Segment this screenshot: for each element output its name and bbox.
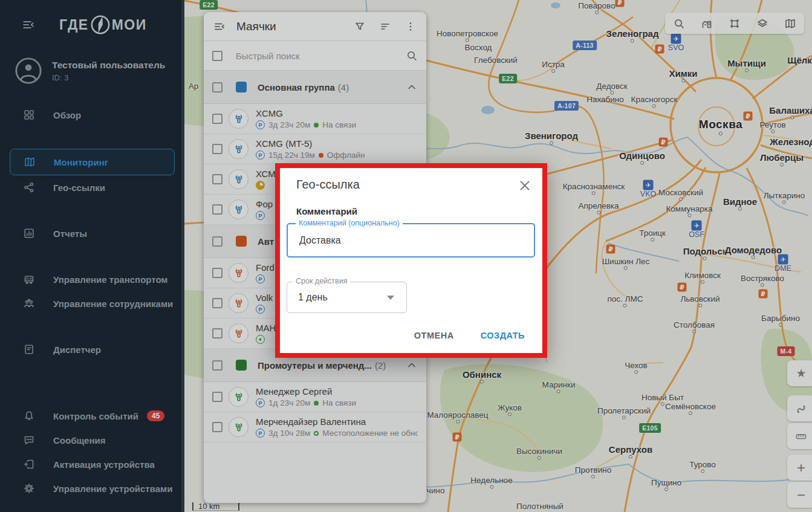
- mall-badge-icon: ₽: [655, 45, 664, 54]
- group-color-swatch: [236, 360, 247, 371]
- map-city-label: Одинцово: [619, 151, 665, 161]
- group-count: (4): [338, 82, 349, 92]
- close-icon[interactable]: [518, 179, 531, 192]
- select-all-checkbox[interactable]: [212, 51, 222, 61]
- cancel-button[interactable]: ОТМЕНА: [414, 331, 454, 340]
- row-checkbox[interactable]: [212, 114, 222, 124]
- layers-icon[interactable]: [756, 18, 768, 30]
- sidebar-item-label: Управление транспортом: [53, 274, 167, 285]
- beacon-status-line: P1д 23ч 20мНа связи: [256, 398, 356, 407]
- airport-icon: ✈: [643, 180, 654, 190]
- comment-input[interactable]: [288, 224, 534, 256]
- group-header[interactable]: Основная группа(4): [204, 71, 426, 104]
- sidebar-item-monitoring[interactable]: Мониторинг: [10, 149, 175, 175]
- beacon-row[interactable]: XCMGP3д 23ч 20мНа связи: [204, 104, 426, 134]
- sidebar-item-vehicle-management[interactable]: Управление транспортом: [10, 267, 175, 291]
- beacon-name: Фор: [256, 199, 273, 209]
- map-city-label: Дедовск: [596, 82, 627, 91]
- map-city-label: Реутов: [759, 120, 785, 129]
- road-badge: А-113: [573, 41, 597, 50]
- row-checkbox[interactable]: [212, 144, 222, 154]
- zoom-out-icon[interactable]: −: [787, 482, 812, 508]
- group-color-swatch: [236, 236, 247, 247]
- map-city-dot: [698, 304, 702, 308]
- sidebar-item-label: Управление сотрудниками: [53, 299, 173, 309]
- star-icon[interactable]: ★: [787, 360, 812, 386]
- airport-icon: ✈: [778, 254, 788, 265]
- beacon-row[interactable]: Менеджер СергейP1д 23ч 20мНа связи: [204, 382, 426, 412]
- search-icon[interactable]: [673, 18, 685, 30]
- status-dot: [319, 153, 323, 158]
- chart-icon: [23, 227, 36, 239]
- group-checkbox[interactable]: [212, 82, 222, 92]
- sidebar-item-event-control[interactable]: Контроль событий45: [10, 404, 175, 428]
- row-checkbox[interactable]: [212, 298, 222, 308]
- map-city-dot: [508, 413, 512, 416]
- mall-badge-icon: ₽: [606, 245, 615, 254]
- geozones-icon[interactable]: [701, 18, 713, 30]
- map-city-label: Апрелевка: [578, 201, 619, 210]
- map-city-label: Химки: [669, 68, 697, 79]
- row-checkbox[interactable]: [212, 204, 222, 215]
- beacon-info: ХСМ: [256, 169, 276, 190]
- row-checkbox[interactable]: [212, 422, 222, 432]
- more-menu-button[interactable]: [404, 21, 417, 33]
- beacon-row[interactable]: XCMG (MT-5)P15д 22ч 19мОффлайн: [204, 134, 426, 164]
- sidebar-item-geo-links[interactable]: Гео-ссылки: [10, 175, 175, 199]
- sidebar-collapse-icon[interactable]: [22, 18, 35, 31]
- map-city-label: Серпухов: [609, 444, 652, 455]
- sidebar-item-reports[interactable]: Отчеты: [10, 221, 175, 245]
- map-city-label: Климовск: [684, 271, 721, 280]
- beacon-row[interactable]: Мерчендайзер ВалентинаP3д 10ч 28мМестопо…: [204, 412, 426, 442]
- group-checkbox[interactable]: [212, 236, 222, 247]
- chevron-up-icon[interactable]: [406, 81, 418, 93]
- beacon-name: Менеджер Сергей: [256, 386, 356, 397]
- grid-icon: [23, 109, 36, 121]
- sidebar-item-messages[interactable]: Сообщения: [10, 428, 175, 452]
- sidebar-item-label: Обзор: [53, 110, 81, 120]
- map-city-label: Шишкин Лес: [602, 257, 650, 266]
- duration-text: 15д 22ч 19м: [268, 151, 315, 160]
- filter-button[interactable]: [354, 21, 366, 33]
- panel-collapse-icon[interactable]: [213, 21, 226, 33]
- map-city-dot: [634, 371, 638, 374]
- validity-period-select[interactable]: Срок действия 1 день: [287, 282, 407, 313]
- group-checkbox[interactable]: [212, 360, 222, 371]
- beacon-icon: [229, 199, 248, 219]
- zoom-in-icon[interactable]: +: [787, 455, 812, 481]
- sidebar-item-device-management[interactable]: Управление устройствами: [10, 476, 175, 501]
- map-city-label: Глебовский: [474, 56, 518, 65]
- parking-icon: P: [256, 305, 265, 314]
- ruler-icon[interactable]: [787, 423, 812, 449]
- road-badge: А-107: [554, 101, 579, 111]
- sort-button[interactable]: [379, 21, 391, 33]
- row-checkbox[interactable]: [212, 328, 222, 339]
- sidebar-item-employee-management[interactable]: Управление сотрудниками: [10, 291, 175, 316]
- beacon-info: VolkP: [256, 293, 273, 314]
- map-city-dot: [664, 488, 668, 491]
- status-text: Оффлайн: [327, 151, 365, 160]
- search-input[interactable]: [236, 51, 406, 61]
- sidebar-item-overview[interactable]: Обзор: [10, 103, 175, 127]
- mall-badge-icon: ₽: [678, 283, 687, 292]
- mall-badge-icon: ₽: [744, 112, 753, 121]
- sidebar-item-device-activation[interactable]: Активация устройства: [10, 452, 175, 476]
- row-checkbox[interactable]: [212, 174, 222, 184]
- beacon-status-line: P15д 22ч 19мОффлайн: [256, 151, 365, 160]
- map-city-dot: [550, 141, 553, 145]
- row-checkbox[interactable]: [212, 268, 222, 278]
- duration-text: 3д 10ч 28м: [268, 429, 310, 438]
- row-checkbox[interactable]: [212, 392, 222, 402]
- route-icon[interactable]: [787, 395, 812, 421]
- sidebar-item-dispatcher[interactable]: Диспетчер: [10, 337, 175, 361]
- parking-icon: P: [256, 398, 265, 407]
- airport-code-label: VKO: [640, 190, 656, 198]
- polygon-icon[interactable]: [729, 18, 741, 30]
- map-city-label: Железнодо: [770, 137, 812, 147]
- create-button[interactable]: СОЗДАТЬ: [481, 331, 525, 340]
- map-icon[interactable]: [784, 18, 796, 30]
- user-profile[interactable]: Тестовый пользователь ID: 3: [15, 57, 184, 85]
- chevron-up-icon[interactable]: [406, 359, 418, 371]
- map-city-label: Московский: [658, 188, 703, 197]
- search-icon[interactable]: [406, 50, 418, 62]
